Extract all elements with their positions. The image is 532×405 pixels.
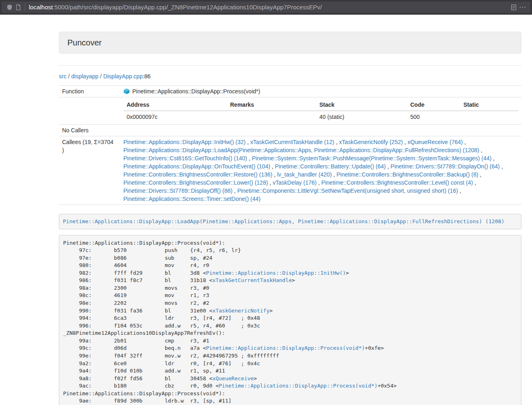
breadcrumb-separator: / (68, 73, 70, 80)
url-text[interactable]: localhost:5000/path/src/displayapp/Displ… (29, 4, 509, 11)
callee-separator: , (478, 171, 482, 178)
col-header-remarks: Remarks (227, 99, 316, 111)
callee-link[interactable]: Pinetime::Controllers::Battery::Update()… (275, 163, 386, 170)
breadcrumb: src/displayapp/DisplayApp.cpp:86 (59, 72, 521, 80)
callee-link[interactable]: xTaskGetCurrentTaskHandle (12) (250, 139, 334, 145)
breadcrumb-link-src[interactable]: src (59, 73, 67, 80)
asm-symbol-link[interactable]: xQueueReceive (212, 375, 254, 381)
no-callers-cell (120, 125, 521, 136)
col-header-address: Address (123, 99, 227, 111)
function-type-icon (123, 88, 130, 95)
callee-separator: , (500, 163, 503, 170)
callee-separator: , (479, 147, 482, 153)
col-header-code: Code (407, 99, 460, 111)
callee-separator: , (268, 179, 273, 186)
asm-symbol-link[interactable]: xTaskGetCurrentTaskHandle (212, 277, 292, 283)
function-name-cell: Pinetime::Applications::DisplayApp::Proc… (120, 86, 521, 97)
callee-link[interactable]: Pinetime::Drivers::St7789::DisplayOff() … (123, 187, 233, 194)
page-title: Puncover (67, 38, 102, 47)
breadcrumb-separator: / (100, 73, 102, 80)
callee-separator: , (334, 139, 339, 145)
divider (59, 65, 521, 66)
callee-separator: , (403, 139, 408, 145)
static-cell (460, 111, 518, 123)
asm-symbol-link[interactable]: xTaskGenericNotify (212, 308, 269, 314)
callee-link[interactable]: xQueueReceive (764) (407, 139, 463, 145)
callee-link[interactable]: xTaskGenericNotify (252) (339, 139, 403, 145)
callee-separator: , (270, 163, 275, 170)
details-row-label (59, 97, 120, 125)
callee-link[interactable]: Pinetime::Controllers::BrightnessControl… (123, 179, 268, 186)
function-row: Function Pinetime::Applications::Display… (59, 86, 521, 97)
disassembly: Pinetime::Applications::DisplayApp::Proc… (59, 235, 521, 405)
stack-cell: 40 (static) (316, 111, 407, 123)
callees-label: Callees (19, Σ=3704 ) (59, 136, 120, 205)
callee-separator: , (272, 171, 277, 178)
callees-list: Pinetime::Applications::DisplayApp::Init… (120, 136, 521, 205)
browser-toolbar: localhost:5000/path/src/displayapp/Displ… (0, 0, 532, 15)
callee-separator: , (247, 155, 252, 162)
callee-link[interactable]: Pinetime::Applications::DisplayApp::Load… (123, 147, 479, 153)
callee-separator: , (332, 171, 337, 178)
no-callers-label: No Callers (59, 125, 120, 136)
breadcrumb-link-file[interactable]: DisplayApp.cpp (103, 73, 142, 80)
callee-link[interactable]: Pinetime::Applications::DisplayApp::Init… (123, 139, 246, 145)
identity-separator (25, 4, 25, 11)
callee-link[interactable]: Pinetime::Controllers::BrightnessControl… (336, 171, 478, 178)
callee-separator: , (491, 155, 495, 162)
highlighted-callee-link[interactable]: Pinetime::Applications::DisplayApp::Load… (63, 218, 504, 224)
callee-separator: , (463, 139, 466, 145)
callee-separator: , (233, 187, 237, 194)
page-container: Puncover src/displayapp/DisplayApp.cpp:8… (59, 32, 521, 405)
address-cell: 0x0000097c (123, 111, 227, 123)
code-cell: 500 (407, 111, 460, 123)
callee-link[interactable]: Pinetime::Drivers::Cst816S::GetTouchInfo… (123, 155, 247, 162)
function-row-label: Function (59, 86, 120, 97)
page-header: Puncover (59, 32, 521, 54)
url-bar[interactable]: localhost:5000/path/src/displayapp/Displ… (2, 2, 530, 13)
callee-separator: , (458, 187, 461, 194)
callee-link[interactable]: vTaskDelay (176) (273, 179, 317, 186)
callee-link[interactable]: lv_task_handler (420) (277, 171, 332, 178)
breadcrumb-link-displayapp[interactable]: displayapp (71, 73, 99, 80)
callee-separator: , (473, 179, 476, 186)
callee-link[interactable]: Pinetime::Controllers::BrightnessControl… (321, 179, 473, 186)
callee-separator: , (246, 139, 250, 145)
callee-separator: , (386, 163, 391, 170)
asm-symbol-link[interactable]: Pinetime::Applications::DisplayApp::Proc… (219, 383, 377, 389)
asm-symbol-link[interactable]: Pinetime::Applications::DisplayApp::Proc… (206, 345, 365, 351)
col-header-static: Static (460, 99, 518, 111)
details-row: Address Remarks Stack Code Static 0x0000… (59, 97, 521, 125)
details-cell: Address Remarks Stack Code Static 0x0000… (120, 97, 521, 125)
remarks-cell (227, 111, 316, 123)
tracking-protection-shield-icon[interactable] (5, 3, 14, 12)
url-path: :5000/path/src/displayapp/DisplayApp.cpp… (53, 4, 322, 11)
no-callers-row: No Callers (59, 125, 521, 136)
page-actions-icon[interactable]: ⋯ (518, 3, 527, 12)
callee-link[interactable]: Pinetime::Applications::Screens::Timer::… (123, 196, 261, 202)
symbol-table: Function Pinetime::Applications::Display… (59, 85, 521, 205)
col-header-stack: Stack (316, 99, 407, 111)
callee-link[interactable]: Pinetime::Components::LittleVgl::SetNewT… (237, 187, 458, 194)
callee-link[interactable]: Pinetime::Applications::DisplayApp::OnTo… (123, 163, 270, 170)
callees-row: Callees (19, Σ=3704 ) Pinetime::Applicat… (59, 136, 521, 205)
callee-link[interactable]: Pinetime::Controllers::BrightnessControl… (123, 171, 272, 178)
callee-separator: , (317, 179, 321, 186)
page-info-icon[interactable] (14, 3, 23, 12)
callee-link[interactable]: Pinetime::System::SystemTask::PushMessag… (252, 155, 492, 162)
address-table-header-row: Address Remarks Stack Code Static (123, 99, 518, 111)
highlighted-callee-box: Pinetime::Applications::DisplayApp::Load… (59, 214, 521, 229)
asm-symbol-link[interactable]: Pinetime::Applications::DisplayApp::Init… (206, 270, 346, 276)
function-name: Pinetime::Applications::DisplayApp::Proc… (132, 88, 260, 95)
url-host: localhost (29, 4, 53, 11)
reader-mode-icon[interactable] (509, 3, 518, 12)
callee-link[interactable]: Pinetime::Drivers::St7789::DisplayOn() (… (390, 163, 500, 170)
breadcrumb-line-number: :86 (143, 73, 151, 80)
address-table: Address Remarks Stack Code Static 0x0000… (123, 99, 518, 123)
address-table-data-row: 0x0000097c 40 (static) 500 (123, 111, 518, 123)
